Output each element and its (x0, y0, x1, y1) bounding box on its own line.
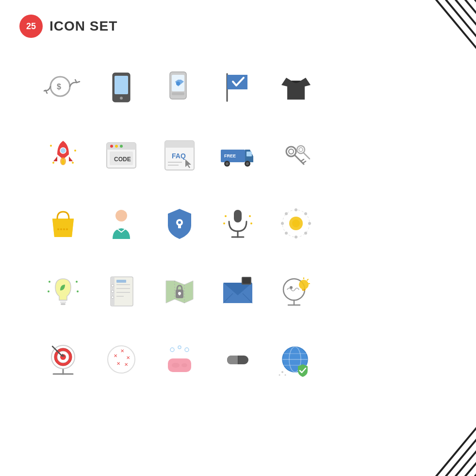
svg-point-56 (57, 228, 59, 230)
svg-line-4 (471, 0, 476, 53)
svg-line-3 (461, 0, 476, 53)
svg-text:CODE: CODE (114, 156, 131, 163)
svg-point-66 (223, 222, 225, 224)
svg-rect-88 (61, 303, 66, 305)
icon-globe-shield[interactable] (267, 325, 325, 393)
svg-point-24 (60, 148, 66, 153)
svg-point-148 (279, 374, 280, 376)
svg-rect-98 (116, 280, 126, 283)
icon-circle-dots[interactable] (267, 189, 325, 257)
svg-rect-68 (234, 210, 242, 222)
svg-point-60 (115, 210, 127, 221)
svg-point-79 (285, 212, 288, 215)
svg-point-73 (304, 212, 307, 215)
svg-line-0 (432, 0, 476, 53)
svg-point-78 (281, 222, 284, 225)
svg-point-92 (112, 290, 114, 293)
svg-line-8 (461, 423, 476, 476)
svg-point-44 (226, 162, 229, 165)
svg-point-146 (281, 371, 283, 373)
svg-point-147 (285, 374, 286, 376)
svg-point-81 (292, 220, 300, 227)
svg-line-9 (471, 423, 476, 476)
svg-point-77 (285, 232, 288, 235)
icon-eco-bulb[interactable] (34, 257, 92, 325)
svg-text:✕: ✕ (126, 355, 130, 360)
icon-person[interactable] (92, 189, 150, 257)
svg-point-32 (120, 145, 123, 148)
svg-point-49 (289, 149, 294, 154)
svg-text:✕: ✕ (124, 362, 128, 367)
svg-point-133 (170, 348, 174, 352)
svg-point-72 (295, 208, 297, 211)
svg-point-59 (66, 228, 68, 230)
icon-flag-check[interactable] (209, 53, 267, 121)
svg-point-63 (178, 221, 181, 224)
svg-line-51 (301, 159, 304, 161)
svg-line-5 (432, 423, 476, 476)
icon-keys[interactable] (267, 121, 325, 189)
icon-dollar-cycle[interactable]: $ (34, 53, 92, 121)
svg-point-137 (172, 363, 180, 368)
svg-point-83 (76, 281, 78, 283)
icon-code[interactable]: CODE (92, 121, 150, 189)
svg-point-67 (250, 222, 252, 224)
svg-point-65 (249, 215, 251, 217)
icon-map-lock[interactable] (150, 257, 209, 325)
icon-tshirt[interactable] (267, 53, 325, 121)
svg-point-64 (225, 215, 227, 217)
svg-point-20 (50, 145, 52, 147)
svg-line-55 (304, 153, 310, 159)
svg-point-85 (77, 290, 79, 292)
icon-shield-lock[interactable] (150, 189, 209, 257)
icon-rocket[interactable] (34, 121, 92, 189)
svg-line-1 (442, 0, 476, 53)
icon-soap[interactable] (150, 325, 209, 393)
svg-rect-62 (178, 224, 181, 228)
svg-rect-13 (115, 76, 128, 94)
deco-lines-top-right (418, 0, 476, 97)
icon-pill[interactable] (209, 325, 267, 393)
icon-notebook[interactable] (92, 257, 150, 325)
badge-number: 25 (26, 21, 36, 32)
svg-point-74 (308, 222, 311, 225)
icon-free-delivery[interactable]: FREE (209, 121, 267, 189)
icon-x-circle[interactable]: ✕ ✕ ✕ ✕ ✕ (92, 325, 150, 393)
svg-line-52 (303, 161, 306, 163)
svg-point-30 (110, 145, 113, 148)
svg-point-76 (295, 236, 297, 238)
svg-point-57 (60, 228, 62, 230)
icon-smartphone[interactable] (92, 53, 150, 121)
icon-microphone[interactable] (209, 189, 267, 257)
svg-line-7 (452, 423, 476, 476)
header: 25 ICON SET (19, 15, 117, 38)
svg-text:$: $ (57, 83, 61, 91)
svg-text:✕: ✕ (114, 353, 117, 358)
svg-rect-37 (165, 144, 194, 148)
svg-point-26 (62, 160, 65, 165)
svg-text:FREE: FREE (224, 153, 236, 158)
svg-rect-42 (246, 152, 252, 156)
svg-point-93 (112, 296, 114, 299)
icon-mobile-app[interactable] (150, 53, 209, 121)
svg-point-138 (181, 363, 187, 367)
icon-idea-head[interactable] (267, 257, 325, 325)
svg-point-134 (178, 346, 181, 349)
icon-shopping-bag[interactable] (34, 189, 92, 257)
svg-point-75 (304, 232, 307, 235)
svg-point-31 (115, 145, 118, 148)
svg-point-22 (52, 162, 54, 164)
icon-target[interactable] (34, 325, 92, 393)
svg-text:✕: ✕ (116, 361, 120, 366)
svg-point-23 (72, 162, 74, 164)
svg-point-84 (48, 290, 49, 292)
svg-point-14 (120, 97, 123, 100)
svg-point-58 (63, 228, 65, 230)
svg-point-135 (185, 348, 189, 352)
count-badge: 25 (19, 15, 43, 38)
svg-point-111 (299, 280, 309, 289)
svg-line-2 (452, 0, 476, 53)
svg-text:FAQ: FAQ (172, 152, 186, 160)
icon-envelope[interactable] (209, 257, 267, 325)
icon-faq[interactable]: FAQ (150, 121, 209, 189)
